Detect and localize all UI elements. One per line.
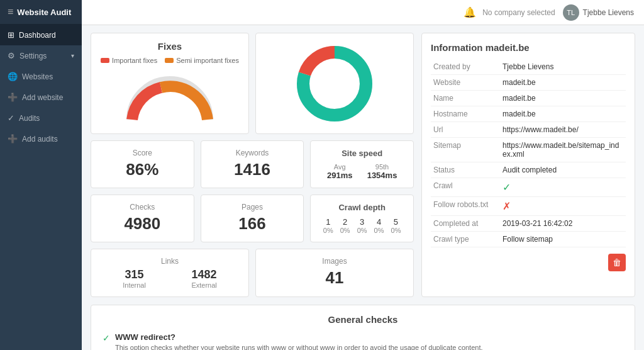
pages-label: Pages: [210, 203, 295, 212]
info-row-value: Audit completed: [500, 162, 626, 178]
sidebar-label-websites: Websites: [22, 72, 53, 81]
sidebar: ≡ Website Audit ⊞ Dashboard ⚙ Settings ▾…: [0, 0, 82, 350]
keywords-label: Keywords: [210, 149, 295, 157]
crawl-depth-item: 50%: [391, 217, 401, 234]
info-row-value: https://www.madeit.be/sitemap_index.xml: [500, 138, 626, 162]
sidebar-label-audits: Audits: [19, 114, 40, 123]
donut-card: [255, 33, 414, 134]
app-title: Website Audit: [17, 8, 71, 17]
sidebar-item-websites[interactable]: 🌐 Websites: [0, 66, 82, 87]
info-row-label: Follow robots.txt: [431, 197, 500, 216]
score-value: 86%: [100, 160, 185, 179]
username-label: Tjebbe Lievens: [583, 8, 634, 17]
sidebar-item-audits[interactable]: ✓ Audits: [0, 108, 82, 128]
checks-value: 4980: [100, 214, 185, 234]
links-label: Links: [100, 257, 240, 266]
audits-icon: ✓: [8, 113, 14, 123]
crawl-depth-title: Crawl depth: [319, 203, 404, 212]
score-card: Score 86%: [91, 140, 194, 188]
images-card: Images 41: [255, 249, 414, 297]
main-content: 🔔 No company selected TL Tjebbe Lievens …: [82, 0, 644, 350]
settings-arrow-icon: ▾: [71, 52, 74, 59]
info-row-label: Completed at: [431, 216, 500, 232]
info-table: Created byTjebbe LievensWebsitemadeit.be…: [431, 59, 626, 247]
site-speed-card: Site speed Avg 291ms 95th 1354ms: [310, 140, 414, 188]
topbar: 🔔 No company selected TL Tjebbe Lievens: [82, 0, 644, 25]
info-row-value: 2019-03-21 16:42:02: [500, 216, 626, 232]
internal-links-label: Internal: [123, 281, 146, 289]
fixes-title: Fixes: [100, 41, 240, 52]
internal-links-value: 315: [123, 268, 146, 281]
checks-card: Checks 4980: [91, 195, 194, 242]
links-card: Links 315 Internal 1482 External: [91, 249, 249, 297]
sidebar-label-settings: Settings: [19, 52, 47, 60]
info-title: Information madeit.be: [431, 42, 626, 53]
info-row-value: https://www.madeit.be/: [500, 122, 626, 138]
sidebar-label-dashboard: Dashboard: [19, 31, 56, 40]
info-table-row: Hostnamemadeit.be: [431, 106, 626, 122]
info-row-value: madeit.be: [500, 75, 626, 91]
info-row-value: Follow sitemap: [500, 232, 626, 247]
sidebar-item-settings[interactable]: ⚙ Settings ▾: [0, 45, 82, 66]
left-column: Fixes Important fixes Semi important fix…: [91, 33, 414, 297]
crawl-level: 2: [340, 217, 350, 227]
sidebar-label-add-website: Add website: [22, 93, 63, 102]
crawl-pct: 0%: [391, 227, 401, 234]
notification-bell-icon[interactable]: 🔔: [464, 6, 476, 18]
info-row-value: Tjebbe Lievens: [500, 59, 626, 75]
info-table-row: Created byTjebbe Lievens: [431, 59, 626, 75]
check-desc: This option checks whether your website …: [115, 343, 483, 350]
external-links-value: 1482: [191, 268, 216, 281]
crawl-pct: 0%: [374, 227, 384, 234]
info-card: Information madeit.be Created byTjebbe L…: [421, 33, 635, 297]
images-label: Images: [265, 257, 404, 266]
keywords-card: Keywords 1416: [201, 140, 304, 188]
crawl-level: 4: [374, 217, 384, 227]
general-checks-title: General checks: [103, 314, 623, 325]
p95-label: 95th: [367, 163, 397, 171]
check-status-icon: ✓: [103, 333, 110, 350]
check-title: WWW redirect?: [115, 332, 483, 342]
sidebar-item-dashboard[interactable]: ⊞ Dashboard: [0, 25, 82, 45]
fixes-gauge: [100, 69, 240, 126]
pages-value: 166: [210, 214, 295, 234]
info-row-label: Website: [431, 75, 500, 91]
delete-button[interactable]: 🗑: [608, 254, 626, 271]
info-row-value: madeit.be: [500, 106, 626, 122]
semi-fixes-label: Semi important fixes: [176, 57, 239, 64]
site-speed-title: Site speed: [319, 149, 404, 158]
checks-label: Checks: [100, 203, 185, 212]
crawl-level: 5: [391, 217, 401, 227]
sidebar-item-add-website[interactable]: ➕ Add website: [0, 87, 82, 108]
avatar: TL: [563, 4, 579, 21]
websites-icon: 🌐: [8, 72, 18, 81]
keywords-value: 1416: [210, 160, 295, 179]
sidebar-item-add-audits[interactable]: ➕ Add audits: [0, 128, 82, 149]
info-row-label: Sitemap: [431, 138, 500, 162]
info-row-label: Hostname: [431, 106, 500, 122]
important-fixes-legend-dot: [101, 58, 109, 63]
check-item: ✓ WWW redirect? This option checks wheth…: [103, 332, 623, 350]
important-fixes-label: Important fixes: [112, 57, 157, 64]
images-value: 41: [265, 268, 404, 288]
info-row-label: Status: [431, 162, 500, 178]
add-website-icon: ➕: [8, 93, 18, 102]
crawl-level: 1: [323, 217, 333, 227]
menu-icon[interactable]: ≡: [8, 6, 13, 18]
info-table-row: Crawl typeFollow sitemap: [431, 232, 626, 247]
external-links-label: External: [191, 281, 216, 289]
fixes-card: Fixes Important fixes Semi important fix…: [91, 33, 249, 134]
info-table-row: StatusAudit completed: [431, 162, 626, 178]
crawl-level: 3: [357, 217, 367, 227]
info-table-row: Urlhttps://www.madeit.be/: [431, 122, 626, 138]
settings-icon: ⚙: [8, 51, 15, 60]
info-row-value: ✓: [500, 178, 626, 197]
no-company-label: No company selected: [482, 8, 555, 17]
sidebar-header: ≡ Website Audit: [0, 0, 82, 25]
add-audits-icon: ➕: [8, 134, 18, 144]
info-table-row: Completed at2019-03-21 16:42:02: [431, 216, 626, 232]
info-row-value: ✗: [500, 197, 626, 216]
info-row-value: madeit.be: [500, 91, 626, 106]
crawl-pct: 0%: [340, 227, 350, 234]
crawl-depth-item: 40%: [374, 217, 384, 234]
